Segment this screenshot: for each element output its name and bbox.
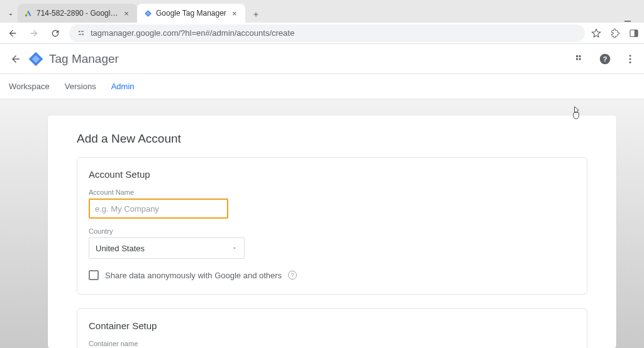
svg-rect-7 (79, 34, 82, 35)
site-settings-icon[interactable] (77, 29, 86, 38)
nav-back-button[interactable] (5, 26, 20, 41)
app-header: Tag Manager ? (0, 44, 644, 74)
tab-admin[interactable]: Admin (111, 82, 135, 91)
new-tab-button[interactable] (248, 6, 264, 23)
svg-rect-5 (80, 31, 84, 31)
svg-rect-12 (576, 55, 578, 57)
tab-title: 714-582-2890 - Google Ads (36, 9, 118, 18)
country-field: Country United States (89, 227, 575, 259)
close-icon[interactable]: × (122, 9, 131, 18)
page-heading: Add a New Account (77, 132, 587, 146)
container-setup-title: Container Setup (89, 320, 575, 331)
more-menu-icon[interactable] (623, 52, 638, 67)
svg-rect-9 (635, 30, 638, 36)
close-icon[interactable]: × (230, 9, 239, 18)
browser-tab-google-ads[interactable]: 714-582-2890 - Google Ads × (18, 4, 137, 23)
tab-strip: 714-582-2890 - Google Ads × Google Tag M… (0, 0, 644, 23)
address-bar-row: tagmanager.google.com/?hl=en#/admin/acco… (0, 23, 644, 44)
country-label: Country (89, 227, 575, 235)
account-setup-title: Account Setup (89, 169, 575, 180)
country-value: United States (96, 244, 145, 253)
header-back-button[interactable] (6, 50, 25, 68)
app-title: Tag Manager (49, 52, 119, 66)
sub-nav: Workspace Versions Admin (0, 74, 644, 99)
container-setup-panel: Container Setup Container name (77, 308, 587, 348)
tab-title: Google Tag Manager (156, 9, 226, 18)
tag-manager-icon (143, 9, 152, 18)
window-controls (624, 15, 640, 23)
svg-rect-15 (579, 58, 581, 60)
minimize-icon[interactable] (624, 15, 631, 23)
svg-rect-14 (576, 58, 578, 60)
tag-manager-logo-icon (28, 51, 44, 67)
account-name-label: Account Name (89, 188, 575, 196)
main-card: Add a New Account Account Setup Account … (48, 116, 616, 348)
svg-point-6 (82, 33, 84, 35)
svg-point-0 (25, 14, 27, 16)
svg-point-19 (630, 58, 631, 60)
svg-point-20 (630, 61, 631, 63)
content-area: Add a New Account Account Setup Account … (0, 99, 644, 348)
extensions-icon[interactable] (610, 28, 620, 38)
nav-forward-button (26, 26, 42, 41)
tab-versions[interactable]: Versions (65, 82, 96, 91)
panel-icon[interactable] (629, 28, 639, 38)
tab-workspace[interactable]: Workspace (9, 82, 50, 91)
svg-rect-13 (579, 55, 581, 57)
share-data-label: Share data anonymously with Google and o… (105, 271, 282, 280)
share-data-row: Share data anonymously with Google and o… (89, 270, 575, 280)
help-icon[interactable]: ? (597, 52, 613, 67)
container-name-label: Container name (89, 340, 575, 347)
address-bar[interactable]: tagmanager.google.com/?hl=en#/admin/acco… (69, 24, 585, 42)
account-name-input[interactable] (89, 198, 228, 219)
browser-chrome: 714-582-2890 - Google Ads × Google Tag M… (0, 0, 644, 44)
share-help-icon[interactable]: ? (288, 271, 297, 280)
bookmark-icon[interactable] (591, 28, 601, 38)
account-name-field: Account Name (89, 188, 575, 219)
url-text: tagmanager.google.com/?hl=en#/admin/acco… (91, 28, 294, 38)
svg-text:?: ? (603, 55, 608, 63)
browser-tab-tag-manager[interactable]: Google Tag Manager × (137, 4, 245, 23)
svg-rect-3 (625, 21, 631, 22)
tabs-dropdown[interactable] (4, 6, 18, 23)
google-ads-icon (24, 9, 33, 18)
svg-point-18 (630, 55, 631, 57)
account-setup-panel: Account Setup Account Name Country Unite… (77, 157, 587, 295)
reload-button[interactable] (48, 26, 63, 41)
apps-grid-icon[interactable] (572, 52, 587, 67)
svg-point-4 (79, 30, 80, 31)
country-dropdown[interactable]: United States (89, 237, 245, 259)
share-data-checkbox[interactable] (89, 270, 99, 280)
chevron-down-icon (231, 245, 238, 251)
